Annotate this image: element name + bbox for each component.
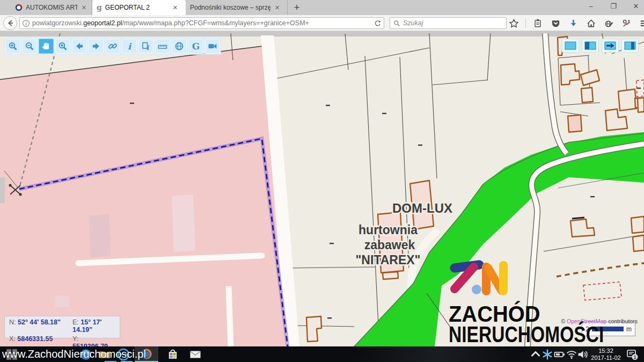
zoom-out-button[interactable]: [22, 39, 37, 54]
hand-icon: [41, 41, 52, 52]
attribution-suffix: contributors: [608, 318, 638, 324]
label-hurtownia: hurtownia: [358, 223, 418, 237]
coord-n-label: N:: [9, 318, 16, 326]
coord-e-label: E:: [72, 318, 79, 326]
toolbar-divider: [525, 18, 526, 28]
autokomis-favicon: [15, 4, 23, 11]
svg-text:i: i: [147, 44, 150, 52]
site-info-icon[interactable]: i: [22, 19, 30, 27]
window-minimize-button[interactable]: –: [581, 0, 601, 13]
faint-building: [172, 194, 195, 252]
home-icon[interactable]: [585, 17, 597, 30]
label-nitarex: "NITAREX": [355, 253, 420, 267]
url-path: /map/www/mapa.php?CFGF=wms&mylayers=+gra…: [122, 19, 374, 27]
notification-count: 1: [634, 354, 636, 360]
watermark-text: www.ZachodNieruchomosci.pl: [2, 348, 146, 360]
svg-text:G: G: [192, 41, 200, 52]
mail-icon[interactable]: [189, 348, 202, 361]
reload-icon[interactable]: [374, 19, 382, 27]
search-icon: [393, 20, 400, 27]
agency-logo-mark: [447, 259, 514, 299]
zoom-in-button[interactable]: [5, 39, 20, 54]
street: [229, 286, 231, 346]
panel-left-button[interactable]: [582, 39, 599, 53]
google-button[interactable]: G: [188, 39, 203, 54]
back-button[interactable]: [3, 16, 17, 30]
video-button[interactable]: [205, 39, 220, 54]
panel-right-button[interactable]: [621, 39, 639, 53]
url-domain: geoportal2.pl: [83, 19, 122, 27]
browser-tab-strip: AUTOKOMIS ART - Skup Aut ✕ g GEOPORTAL 2…: [0, 0, 644, 15]
bookmark-star-icon[interactable]: [508, 17, 519, 30]
tab-close-icon[interactable]: ✕: [80, 4, 87, 11]
tab-podnosniki[interactable]: Podnośniki koszowe – sprzęt do ✕: [186, 0, 288, 15]
clock-time: 15:32: [587, 347, 625, 354]
extension-icon[interactable]: [620, 17, 632, 30]
svg-text:i: i: [25, 20, 27, 26]
next-view-button[interactable]: [89, 39, 104, 54]
map-canvas[interactable]: DOM-LUX hurtownia zabawek "NITAREX": [0, 31, 644, 346]
gray-road-stub: [0, 177, 5, 203]
map-viewport: DOM-LUX hurtownia zabawek "NITAREX": [0, 31, 644, 346]
globe-extension-icon[interactable]: [603, 17, 614, 30]
tray-app-icon[interactable]: [541, 348, 554, 361]
info-button[interactable]: i: [122, 39, 137, 54]
coordinates-panel: N: 52° 44' 58.18" E: 15° 17' 14.19" X: 5…: [4, 316, 120, 338]
browser-navbar: i powiatgorzowski.geoportal2.pl/map/www/…: [0, 15, 644, 31]
panel-controls: [562, 39, 639, 53]
previous-view-button[interactable]: [72, 39, 87, 54]
tab-close-icon[interactable]: ✕: [172, 4, 179, 11]
faint-building: [89, 214, 111, 258]
building-roofline: [572, 218, 584, 219]
agency-logo-line2: NIERUCHOMOŚCI: [449, 323, 604, 346]
tab-autokomis[interactable]: AUTOKOMIS ART - Skup Aut ✕: [11, 0, 92, 15]
pink-zone-polygon: [0, 46, 288, 346]
windows-taskbar: www.ZachodNieruchomosci.pl 15:32 2017-11…: [0, 346, 644, 362]
coord-x-label: X:: [9, 335, 16, 343]
search-placeholder: Szukaj: [403, 19, 423, 27]
tab-title: GEOPORTAL 2: [105, 4, 169, 11]
geoportal-favicon: g: [97, 3, 102, 12]
action-center-icon[interactable]: 1: [626, 348, 639, 361]
search-input[interactable]: Szukaj: [390, 17, 507, 29]
svg-text:i: i: [128, 41, 132, 52]
object-info-button[interactable]: i: [138, 39, 153, 54]
label-dom-lux: DOM-LUX: [392, 201, 452, 215]
menu-icon[interactable]: [638, 17, 644, 30]
link-button[interactable]: [105, 39, 120, 54]
windows-store-icon[interactable]: [166, 348, 179, 361]
coord-x-value: 5846331.55: [17, 335, 53, 343]
tray-chevron-icon[interactable]: [529, 348, 542, 361]
url-prefix: powiatgorzowski.: [32, 19, 83, 27]
measure-button[interactable]: [155, 39, 170, 54]
download-icon[interactable]: [567, 17, 579, 30]
coord-y-value: 5519396.79: [72, 343, 108, 346]
back-arrow-icon: [4, 17, 17, 30]
tab-close-icon[interactable]: ✕: [274, 4, 281, 11]
scale-unit: m: [626, 325, 632, 333]
faint-building: [55, 295, 69, 307]
url-bar[interactable]: i powiatgorzowski.geoportal2.pl/map/www/…: [19, 17, 384, 29]
zoom-window-button[interactable]: [55, 39, 70, 54]
desktop: AUTOKOMIS ART - Skup Aut ✕ g GEOPORTAL 2…: [0, 0, 644, 362]
tab-title: AUTOKOMIS ART - Skup Aut: [26, 4, 77, 11]
clock-date: 2017-11-02: [587, 354, 625, 361]
window-restore-button[interactable]: ❐: [603, 0, 624, 13]
coord-n-value: 52° 44' 58.18": [18, 318, 61, 326]
tab-title: Podnośniki koszowe – sprzęt do: [190, 4, 270, 11]
window-close-button[interactable]: ✕: [626, 0, 644, 13]
pan-button[interactable]: [39, 39, 54, 54]
clipboard-icon[interactable]: [532, 17, 544, 30]
tab-geoportal[interactable]: g GEOPORTAL 2 ✕: [92, 0, 186, 15]
pocket-icon[interactable]: [550, 17, 561, 30]
coord-y-label: Y:: [72, 335, 78, 343]
panel-full-button[interactable]: [562, 39, 579, 53]
world-button[interactable]: [172, 39, 187, 54]
new-tab-button[interactable]: +: [290, 1, 304, 14]
panel-expand-button[interactable]: [602, 39, 619, 53]
battery-icon[interactable]: [553, 348, 566, 361]
map-toolbar: i i G: [4, 38, 221, 55]
label-zabawek: zabawek: [364, 238, 415, 252]
taskbar-clock[interactable]: 15:32 2017-11-02: [587, 347, 625, 361]
